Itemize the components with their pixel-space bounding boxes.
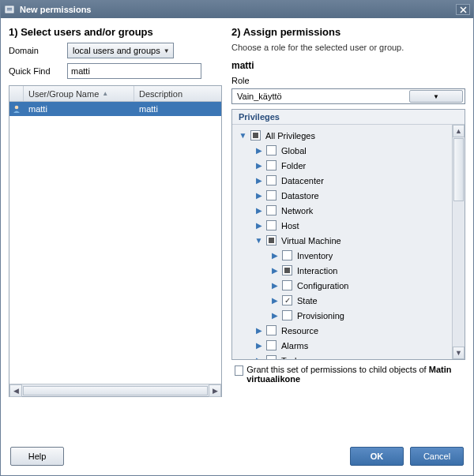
node-datastore[interactable]: ▶Datastore xyxy=(232,188,452,203)
cell-desc: matti xyxy=(134,104,221,114)
users-table: User/Group Name▲ Description matti matti… xyxy=(9,85,222,397)
node-inventory[interactable]: ▶Inventory xyxy=(232,248,452,263)
node-tasks[interactable]: ▶Tasks xyxy=(232,353,452,359)
node-interaction[interactable]: ▶Interaction xyxy=(232,263,452,278)
collapse-icon[interactable]: ▼ xyxy=(239,131,247,140)
node-host[interactable]: ▶Host xyxy=(232,218,452,233)
cell-name: matti xyxy=(24,104,134,114)
node-provisioning[interactable]: ▶Provisioning xyxy=(232,308,452,323)
privileges-panel: Privileges ▼All Privileges ▶Global ▶Fold… xyxy=(231,109,465,360)
privileges-tree: ▼All Privileges ▶Global ▶Folder ▶Datacen… xyxy=(232,125,452,359)
checkbox[interactable] xyxy=(282,265,292,275)
checkbox[interactable] xyxy=(266,160,276,171)
checkbox[interactable] xyxy=(282,295,292,305)
checkbox[interactable] xyxy=(266,205,276,216)
step1-heading: 1) Select users and/or groups xyxy=(9,26,222,38)
v-scrollbar[interactable]: ▲ ▼ xyxy=(452,125,465,359)
ok-button[interactable]: OK xyxy=(350,447,404,466)
node-network[interactable]: ▶Network xyxy=(232,203,452,218)
scroll-left-icon[interactable]: ◀ xyxy=(9,384,22,397)
scroll-thumb[interactable] xyxy=(23,386,208,395)
grant-row: Grant this set of permissions to child o… xyxy=(231,365,465,384)
h-scrollbar[interactable]: ◀ ▶ xyxy=(9,384,221,396)
role-select[interactable]: Vain_käyttö ▼ xyxy=(231,88,465,104)
collapse-icon[interactable]: ▼ xyxy=(254,236,263,245)
quickfind-label: Quick Find xyxy=(9,66,67,76)
domain-dropdown[interactable]: local users and groups ▼ xyxy=(67,43,174,58)
checkbox[interactable] xyxy=(266,325,276,335)
scroll-right-icon[interactable]: ▶ xyxy=(209,384,221,397)
svg-point-3 xyxy=(15,106,19,110)
sort-asc-icon: ▲ xyxy=(102,90,108,97)
chevron-down-icon: ▼ xyxy=(164,47,170,54)
app-icon xyxy=(4,4,15,15)
checkbox[interactable] xyxy=(266,355,276,359)
titlebar[interactable]: New permissions xyxy=(1,1,473,18)
node-configuration[interactable]: ▶Configuration xyxy=(232,278,452,293)
scroll-down-icon[interactable]: ▼ xyxy=(453,347,465,359)
col-name[interactable]: User/Group Name▲ xyxy=(24,86,134,101)
node-resource[interactable]: ▶Resource xyxy=(232,323,452,338)
help-button[interactable]: Help xyxy=(10,447,64,466)
checkbox[interactable] xyxy=(266,175,276,186)
role-value: Vain_käyttö xyxy=(237,92,282,101)
checkbox[interactable] xyxy=(266,145,276,156)
user-icon xyxy=(12,104,21,114)
footer: Help OK Cancel xyxy=(1,440,473,472)
privileges-title: Privileges xyxy=(232,110,465,125)
node-state[interactable]: ▶State xyxy=(232,293,452,308)
node-vm[interactable]: ▼Virtual Machine xyxy=(232,233,452,248)
node-alarms[interactable]: ▶Alarms xyxy=(232,338,452,353)
node-folder[interactable]: ▶Folder xyxy=(232,158,452,173)
scroll-up-icon[interactable]: ▲ xyxy=(453,125,465,137)
window-title: New permissions xyxy=(20,5,91,14)
checkbox[interactable] xyxy=(266,235,276,245)
checkbox[interactable] xyxy=(250,130,261,141)
checkbox[interactable] xyxy=(282,250,292,260)
node-datacenter[interactable]: ▶Datacenter xyxy=(232,173,452,188)
svg-rect-2 xyxy=(7,9,12,10)
step2-sub: Choose a role for the selected user or g… xyxy=(231,43,465,52)
selected-user: matti xyxy=(231,60,465,71)
checkbox[interactable] xyxy=(266,220,276,231)
quickfind-input[interactable] xyxy=(67,63,201,79)
scroll-thumb[interactable] xyxy=(453,138,464,201)
col-desc[interactable]: Description xyxy=(134,86,221,101)
checkbox[interactable] xyxy=(266,340,276,350)
checkbox[interactable] xyxy=(282,280,292,290)
domain-label: Domain xyxy=(9,46,67,55)
grant-label: Grant this set of permissions to child o… xyxy=(246,365,465,384)
step2-heading: 2) Assign permissions xyxy=(231,26,465,38)
checkbox[interactable] xyxy=(282,310,292,320)
role-label: Role xyxy=(231,76,465,85)
grant-checkbox[interactable] xyxy=(235,365,243,376)
cancel-button[interactable]: Cancel xyxy=(410,447,464,466)
domain-value: local users and groups xyxy=(73,46,160,55)
close-button[interactable] xyxy=(456,4,470,15)
svg-rect-1 xyxy=(7,8,12,9)
node-all[interactable]: ▼All Privileges xyxy=(232,128,452,143)
table-row[interactable]: matti matti xyxy=(9,102,221,116)
col-icon[interactable] xyxy=(9,86,24,101)
chevron-down-icon: ▼ xyxy=(409,90,463,103)
checkbox[interactable] xyxy=(266,190,276,201)
node-global[interactable]: ▶Global xyxy=(232,143,452,158)
expand-icon[interactable]: ▶ xyxy=(254,146,263,155)
